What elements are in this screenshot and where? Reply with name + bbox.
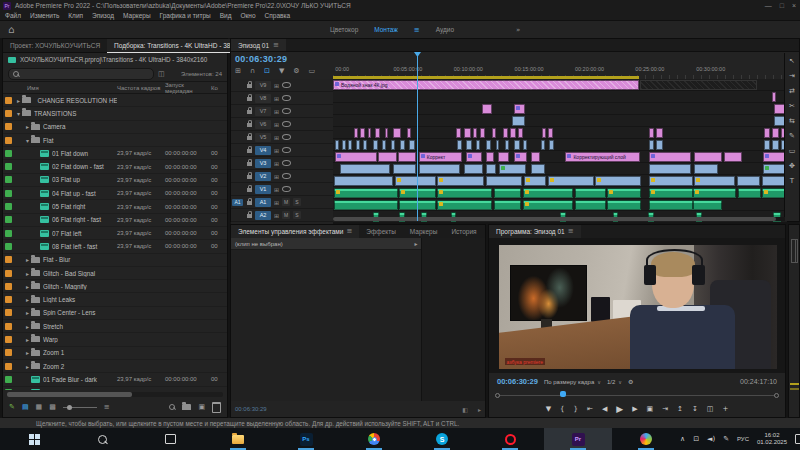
menu-item[interactable]: Файл xyxy=(5,12,21,19)
timeline-clip[interactable] xyxy=(607,188,641,198)
menu-item[interactable]: Маркеры xyxy=(123,12,151,19)
timeline-clip[interactable] xyxy=(724,152,741,162)
timeline-clip[interactable] xyxy=(419,164,460,174)
track-target-toggle[interactable]: V3 xyxy=(255,159,271,168)
timeline-clip[interactable] xyxy=(496,140,500,150)
timeline-clip[interactable] xyxy=(457,140,462,150)
go-to-out-icon[interactable]: ⇥ xyxy=(662,405,668,413)
find-icon[interactable] xyxy=(169,404,175,410)
timeline-clip[interactable] xyxy=(510,128,516,138)
label-color-swatch[interactable] xyxy=(5,97,12,104)
timeline-clip[interactable] xyxy=(772,140,778,150)
sync-lock-icon[interactable]: ⊞ xyxy=(274,199,279,206)
track-target-toggle[interactable]: V8 xyxy=(255,94,271,103)
timeline-clip[interactable] xyxy=(764,140,769,150)
timeline-clip[interactable] xyxy=(348,140,352,150)
program-tab[interactable]: Программа: Эпизод 01 ≡ xyxy=(489,225,581,239)
label-color-swatch[interactable] xyxy=(5,203,12,210)
extract-icon[interactable]: ↧ xyxy=(692,405,698,413)
twirl-arrow-icon[interactable]: ▸ xyxy=(15,97,22,104)
hand-tool[interactable]: ✥ xyxy=(789,162,795,170)
timeline-clip[interactable] xyxy=(512,116,526,126)
track-lane[interactable] xyxy=(333,199,787,211)
program-timecode[interactable]: 00:06:30:29 xyxy=(497,377,538,386)
track-target-toggle[interactable]: A1 xyxy=(255,198,271,207)
bin-row[interactable]: ▸Zoom 1 xyxy=(3,347,227,360)
timeline-clip[interactable] xyxy=(656,140,662,150)
track-target-toggle[interactable]: V7 xyxy=(255,107,271,116)
timeline-clip[interactable] xyxy=(531,164,545,174)
bin-row[interactable]: ▸Stretch xyxy=(3,320,227,333)
search-button[interactable] xyxy=(68,428,136,450)
zoom-handle-left[interactable] xyxy=(495,393,500,398)
timeline-clip[interactable] xyxy=(524,176,547,186)
twirl-arrow-icon[interactable]: ▸ xyxy=(24,270,31,277)
timeline-clip[interactable] xyxy=(503,128,508,138)
label-color-swatch[interactable] xyxy=(5,137,12,144)
new-item-icon[interactable]: ▣ xyxy=(198,403,205,411)
search-field[interactable] xyxy=(22,71,122,77)
timeline-clip[interactable] xyxy=(464,164,483,174)
timeline-clip[interactable] xyxy=(437,188,491,198)
selection-tool[interactable]: ↖ xyxy=(789,57,795,65)
timeline-clip[interactable] xyxy=(518,128,523,138)
track-lane[interactable] xyxy=(333,139,787,151)
bin-row[interactable]: ▸Warp xyxy=(3,333,227,346)
label-color-swatch[interactable] xyxy=(5,323,12,330)
effect-controls-tab[interactable]: Маркеры xyxy=(403,225,445,238)
sync-lock-icon[interactable]: ⊞ xyxy=(274,186,279,193)
sync-lock-icon[interactable]: ⊞ xyxy=(274,160,279,167)
list-view-icon[interactable]: ▤ xyxy=(22,403,29,411)
menu-item[interactable]: Графика и титры xyxy=(160,12,211,19)
workspace-tab[interactable]: Аудио xyxy=(436,26,454,33)
timeline-clip[interactable] xyxy=(505,140,510,150)
playback-resolution-dropdown[interactable]: 1/2∨ xyxy=(607,379,622,385)
timeline-clip[interactable] xyxy=(393,128,401,138)
timeline-clip[interactable] xyxy=(694,176,735,186)
task-view-button[interactable] xyxy=(136,428,204,450)
step-back-icon[interactable]: ◀ xyxy=(602,405,607,413)
keyframe-nav-icon[interactable]: ◧ xyxy=(462,406,468,413)
project-horizontal-scrollbar[interactable] xyxy=(7,392,223,397)
effect-controls-tab[interactable]: Эффекты xyxy=(359,225,403,238)
timeline-clip[interactable] xyxy=(342,140,346,150)
track-lane[interactable] xyxy=(333,103,787,115)
sync-lock-icon[interactable]: ⊞ xyxy=(274,82,279,89)
timeline-clip[interactable] xyxy=(437,200,491,210)
column-name[interactable]: Имя xyxy=(3,85,117,91)
sort-icon[interactable]: ≡ xyxy=(104,403,110,411)
track-lock-icon[interactable] xyxy=(247,110,252,114)
timeline-clip[interactable] xyxy=(360,128,365,138)
track-output-icon[interactable] xyxy=(282,160,291,166)
go-to-in-icon[interactable]: ⇤ xyxy=(587,405,593,413)
rectangle-tool[interactable]: ▭ xyxy=(789,147,796,155)
sync-lock-icon[interactable]: ⊞ xyxy=(274,121,279,128)
timeline-clip[interactable] xyxy=(466,140,471,150)
button-editor-icon[interactable]: + xyxy=(722,405,728,413)
track-lane[interactable] xyxy=(333,127,787,139)
label-color-swatch[interactable] xyxy=(5,309,12,316)
label-color-swatch[interactable] xyxy=(5,163,12,170)
mute-button[interactable]: M xyxy=(282,198,290,206)
premiere[interactable]: Pr xyxy=(544,428,612,450)
track-lock-icon[interactable] xyxy=(247,162,252,166)
timeline-clip[interactable] xyxy=(466,152,481,162)
export-frame-icon[interactable]: ▣ xyxy=(647,405,654,413)
twirl-arrow-icon[interactable]: ▾ xyxy=(24,137,31,144)
step-forward-icon[interactable]: ▶ xyxy=(632,405,637,413)
timeline-clip[interactable] xyxy=(409,140,415,150)
timeline-clip[interactable] xyxy=(456,128,461,138)
caption-settings-icon[interactable]: ▭ xyxy=(309,67,316,75)
clip-row[interactable]: 01 Fade Blur - dark23,97 кадр/с00:00:00:… xyxy=(3,373,227,386)
track-lane[interactable]: Водяной знак 4К.jpg xyxy=(333,79,787,91)
timeline-clip[interactable] xyxy=(393,164,416,174)
label-color-swatch[interactable] xyxy=(5,216,12,223)
comparison-view-icon[interactable]: ◫ xyxy=(707,405,714,413)
edit-pencil-icon[interactable]: ✎ xyxy=(9,403,15,411)
timeline-clip[interactable] xyxy=(400,140,405,150)
timeline-clip[interactable] xyxy=(368,128,372,138)
menu-item[interactable]: Вид xyxy=(220,12,232,19)
track-output-icon[interactable] xyxy=(282,173,291,179)
zoom-slider[interactable] xyxy=(63,407,97,408)
track-lock-icon[interactable] xyxy=(247,149,252,153)
